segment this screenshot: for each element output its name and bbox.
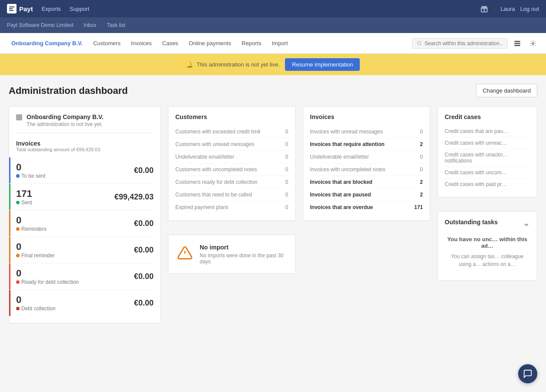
tasklist-link[interactable]: Task list [107,22,125,28]
dashboard-header: Administration dashboard Change dashboar… [9,84,537,97]
nav-onboarding[interactable]: Onboarding Company B.V. [7,38,87,48]
invoice-row[interactable]: 0 Debt collection €0.00 [16,290,154,316]
user-name[interactable]: Laura [500,6,515,12]
invoice-row-bar [9,184,10,210]
company-link[interactable]: Payt Software Demo Limited [7,22,73,28]
status-dot [16,280,20,284]
invoice-label: Reminders [16,226,47,232]
invoice-amount: €0.00 [134,272,154,281]
top-bar-left: Payt Exports Support [7,4,89,13]
credit-item-label: Credit cases with paid pr… [445,181,530,187]
customer-item-value: 0 [285,204,288,210]
invoice-item-value: 171 [414,204,423,210]
invoices-subtitle: Total outstanding amount of €99,429.03 [16,147,154,152]
invoice-count: 0 [16,162,45,173]
invoice-panel-item[interactable]: Invoices that are paused 2 [310,189,423,201]
credit-item[interactable]: Credit cases with unreac… [445,137,530,149]
customer-item[interactable]: Customers with uncompleted notes 0 [175,163,288,176]
invoice-row[interactable]: 0 Final reminder €0.00 [16,237,154,263]
customer-item[interactable]: Customers with unread messages 0 [175,138,288,151]
invoice-panel-item[interactable]: Invoices with unread messages 0 [310,126,423,138]
nav-import[interactable]: Import [268,38,292,48]
company-icon [16,114,22,120]
invoice-panel-item[interactable]: Invoices that require attention 2 [310,138,423,151]
nav-invoices[interactable]: Invoices [127,38,156,48]
invoice-row-bar [9,157,10,183]
invoice-amount: €0.00 [134,246,154,255]
credit-item[interactable]: Credit cases with paid pr… [445,179,530,190]
customer-item[interactable]: Customers with exceeded credit limit 0 [175,126,288,138]
customer-item-label: Expired payment plans [175,204,228,210]
list-icon[interactable] [511,37,523,50]
credit-item[interactable]: Credit cases with uncom… [445,167,530,179]
invoice-amount: €0.00 [134,299,154,308]
tasks-header: Outstanding tasks [445,219,530,231]
search-icon [417,40,422,46]
nav-online-payments[interactable]: Online payments [184,38,236,48]
invoice-count: 0 [16,268,79,279]
change-dashboard-button[interactable]: Change dashboard [476,84,537,97]
invoices-panel-title: Invoices [310,113,423,120]
customer-item-value: 0 [285,129,288,135]
logout-link[interactable]: Log out [520,6,539,12]
svg-rect-3 [515,43,520,43]
invoice-label: Final reminder [16,252,55,259]
invoice-panel-item[interactable]: Undeliverable email/letter 0 [310,151,423,163]
search-input[interactable] [425,40,503,47]
credit-item-label: Credit cases that are pau… [445,128,530,134]
gift-icon[interactable] [480,4,489,13]
invoice-item-value: 2 [420,179,423,185]
svg-point-5 [532,43,534,44]
invoice-row[interactable]: 171 Sent €99,429.03 [16,184,154,210]
customer-item-value: 0 [285,179,288,185]
customer-item[interactable]: Undeliverable email/letter 0 [175,151,288,163]
invoice-item-value: 2 [420,192,423,198]
invoice-panel-item[interactable]: Invoices with uncompleted notes 0 [310,163,423,176]
tasks-text: You can assign tas… colleague using a… a… [445,252,530,268]
invoice-panel-item[interactable]: Invoices that are overdue 171 [310,201,423,213]
invoices-panel: Invoices Invoices with unread messages 0… [303,106,431,221]
exports-link[interactable]: Exports [42,6,61,12]
support-link[interactable]: Support [70,6,90,12]
invoice-panel-item[interactable]: Invoices that are blocked 2 [310,176,423,189]
settings-icon[interactable] [527,37,539,50]
credit-item[interactable]: Credit cases with unackn… notifications [445,149,530,167]
nav-links: Onboarding Company B.V. Customers Invoic… [7,38,412,48]
search-box[interactable] [412,38,508,49]
customer-item[interactable]: Customers ready for debt collection 0 [175,176,288,189]
nav-cases[interactable]: Cases [158,38,183,48]
customer-item-value: 0 [285,166,288,173]
invoice-row[interactable]: 0 To be sent €0.00 [16,157,154,184]
invoice-row[interactable]: 0 Ready for debt collection €0.00 [16,263,154,290]
resume-implementation-button[interactable]: Resume implementation [285,58,360,71]
customer-item[interactable]: Expired payment plans 0 [175,201,288,213]
nav-customers[interactable]: Customers [89,38,125,48]
invoices-header: Invoices Total outstanding amount of €99… [16,140,154,152]
inbox-link[interactable]: Inbox [84,22,96,28]
customer-item-label: Customers that need to be called [175,192,252,198]
tasks-title: Outstanding tasks [445,219,498,226]
chevron-down-icon[interactable] [523,219,530,230]
logo-icon [7,4,17,13]
invoice-item-value: 0 [420,129,423,135]
nav-reports[interactable]: Reports [237,38,266,48]
logo[interactable]: Payt [7,4,33,13]
customer-item-value: 0 [285,141,288,147]
invoice-count: 0 [16,215,47,226]
status-dot [16,174,20,178]
top-bar-right: | Laura Log out [480,4,539,13]
credit-item[interactable]: Credit cases that are pau… [445,126,530,137]
status-dot [16,227,20,231]
company-header: Onboarding Company B.V. The administrati… [16,113,154,133]
credit-item-label: Credit cases with unreac… [445,140,530,146]
invoice-item-value: 0 [420,154,423,160]
invoice-row-left: 0 To be sent [16,162,45,179]
company-status: The administration is not live yet. [27,121,104,127]
nav-icons [511,37,539,50]
customer-item[interactable]: Customers that need to be called 0 [175,189,288,201]
invoice-row[interactable]: 0 Reminders €0.00 [16,210,154,237]
middle-left-column: Customers Customers with exceeded credit… [168,106,296,323]
customer-item-label: Customers with exceeded credit limit [175,129,260,135]
invoice-count: 0 [16,241,55,252]
nav-bar: Onboarding Company B.V. Customers Invoic… [0,33,546,54]
